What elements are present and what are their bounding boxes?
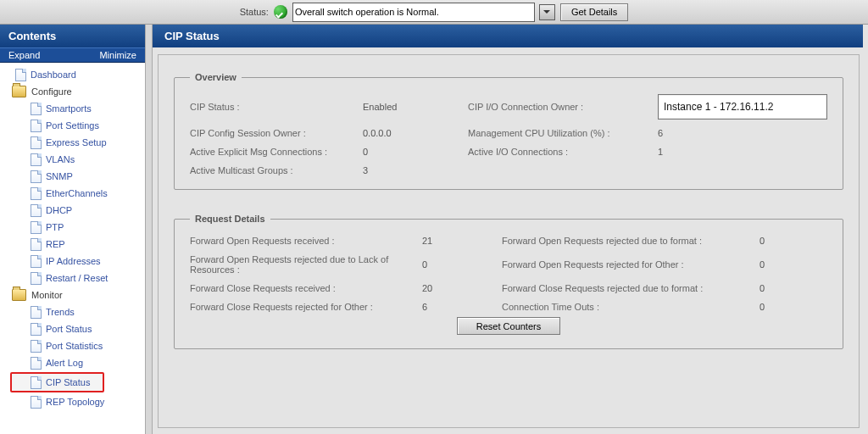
nav-item-label: DHCP <box>46 205 72 215</box>
value-active-io: 1 <box>658 147 827 157</box>
value-fo-rej-lack: 0 <box>422 259 490 270</box>
label-fo-rej-format: Forward Open Requests rejected due to fo… <box>502 236 748 246</box>
nav-item-label: Port Statistics <box>46 341 103 351</box>
value-active-multicast: 3 <box>363 165 456 175</box>
label-conn-timeouts: Connection Time Outs : <box>502 302 748 312</box>
nav-item-cip-status[interactable]: CIP Status <box>10 372 104 392</box>
nav-item-dhcp[interactable]: DHCP <box>3 202 145 219</box>
status-ok-icon <box>274 5 287 19</box>
nav-minimize[interactable]: Minimize <box>99 50 136 60</box>
value-fo-rej-format: 0 <box>760 236 810 246</box>
nav-actions: Expand Minimize <box>0 47 145 63</box>
document-icon <box>31 103 42 115</box>
nav-item-etherchannels[interactable]: EtherChannels <box>3 185 145 202</box>
document-icon <box>31 272 42 285</box>
value-fc-recv: 20 <box>422 283 490 293</box>
nav-item-alert-log[interactable]: Alert Log <box>3 354 145 371</box>
document-icon <box>31 153 42 166</box>
label-fc-rej-other: Forward Close Requests rejected for Othe… <box>190 302 410 312</box>
label-active-io: Active I/O Connections : <box>468 147 646 157</box>
label-fc-recv: Forward Close Requests received : <box>190 283 410 293</box>
pane-divider[interactable] <box>145 25 153 434</box>
overview-legend: Overview <box>190 72 242 82</box>
document-icon <box>15 69 26 81</box>
value-fc-rej-format: 0 <box>760 283 810 293</box>
label-active-multicast: Active Multicast Groups : <box>190 165 351 175</box>
nav-item-label: Trends <box>46 307 75 317</box>
request-details-legend: Request Details <box>190 214 270 224</box>
nav-item-restart-reset[interactable]: Restart / Reset <box>3 270 145 287</box>
nav-item-label: IP Addresses <box>46 256 101 266</box>
nav-item-label: VLANs <box>46 154 75 164</box>
document-icon <box>31 340 42 353</box>
document-icon <box>31 255 42 268</box>
nav-item-label: CIP Status <box>46 377 90 387</box>
nav-item-label: Restart / Reset <box>46 273 108 283</box>
label-mgmt-cpu: Management CPU Utilization (%) : <box>468 128 646 138</box>
value-fo-rej-other: 0 <box>760 259 810 270</box>
document-icon <box>31 187 42 200</box>
status-bar: Status: Get Details <box>0 0 868 25</box>
nav-item-label: Alert Log <box>46 358 83 368</box>
value-fc-rej-other: 6 <box>422 302 490 312</box>
reset-counters-button[interactable]: Reset Counters <box>457 317 560 335</box>
document-icon <box>31 357 42 370</box>
nav-item-vlans[interactable]: VLANs <box>3 151 145 168</box>
overview-fieldset: Overview CIP Status : Enabled CIP I/O Co… <box>174 72 843 190</box>
folder-open-icon <box>12 289 26 301</box>
nav-item-port-status[interactable]: Port Status <box>3 320 145 337</box>
nav-item-ptp[interactable]: PTP <box>3 219 145 236</box>
label-fc-rej-format: Forward Close Requests rejected due to f… <box>502 283 748 293</box>
value-fo-recv: 21 <box>422 236 490 246</box>
label-cip-io-owner: CIP I/O Connection Owner : <box>468 102 646 112</box>
document-icon <box>31 238 42 251</box>
nav-item-trends[interactable]: Trends <box>3 303 145 320</box>
value-cip-io-owner: Instance 1 - 172.16.11.2 <box>658 94 827 120</box>
request-details-fieldset: Request Details Forward Open Requests re… <box>174 214 843 349</box>
document-icon <box>31 204 42 217</box>
status-dropdown-chevron-icon[interactable] <box>539 4 555 20</box>
nav-item-label: Port Status <box>46 324 92 334</box>
nav-item-smartports[interactable]: Smartports <box>3 100 145 117</box>
label-fo-rej-lack: Forward Open Requests rejected due to La… <box>190 254 410 275</box>
nav-header: Contents <box>0 25 145 47</box>
folder-open-icon <box>12 86 26 97</box>
nav-item-port-statistics[interactable]: Port Statistics <box>3 337 145 354</box>
document-icon <box>31 120 42 132</box>
value-active-explicit: 0 <box>363 147 456 157</box>
nav-group-label: Monitor <box>31 290 63 300</box>
page-title: CIP Status <box>153 25 863 47</box>
label-active-explicit: Active Explicit Msg Connections : <box>190 147 351 157</box>
label-fo-recv: Forward Open Requests received : <box>190 236 410 246</box>
nav-item-label: REP <box>46 239 65 249</box>
nav-expand[interactable]: Expand <box>8 50 40 60</box>
value-mgmt-cpu: 6 <box>658 128 827 138</box>
document-icon <box>31 306 42 319</box>
nav-item-rep[interactable]: REP <box>3 236 145 253</box>
nav-group-monitor[interactable]: Monitor <box>3 287 145 303</box>
nav-item-label: Express Setup <box>46 137 107 147</box>
nav-item-label: Dashboard <box>31 70 76 80</box>
nav-group-configure[interactable]: Configure <box>3 83 145 100</box>
nav-item-port-settings[interactable]: Port Settings <box>3 117 145 134</box>
nav-item-label: REP Topology <box>46 397 104 407</box>
document-icon <box>31 170 42 183</box>
nav-item-ip-addresses[interactable]: IP Addresses <box>3 253 145 270</box>
content-panel: CIP Status Overview CIP Status : Enabled… <box>153 25 868 434</box>
label-fo-rej-other: Forward Open Requests rejected for Other… <box>502 259 748 270</box>
label-cip-config-owner: CIP Config Session Owner : <box>190 128 351 138</box>
status-message-field[interactable] <box>292 3 535 22</box>
label-cip-status: CIP Status : <box>190 102 351 112</box>
nav-item-rep-topology[interactable]: REP Topology <box>3 393 145 410</box>
nav-item-snmp[interactable]: SNMP <box>3 168 145 185</box>
document-icon <box>31 136 42 149</box>
value-conn-timeouts: 0 <box>760 302 810 312</box>
nav-item-express-setup[interactable]: Express Setup <box>3 134 145 151</box>
nav-item-label: SNMP <box>46 171 73 181</box>
get-details-button[interactable]: Get Details <box>560 3 628 21</box>
nav-item-dashboard[interactable]: Dashboard <box>3 66 145 83</box>
nav-item-label: Smartports <box>46 103 92 114</box>
document-icon <box>31 323 42 336</box>
nav-group-label: Configure <box>31 86 72 97</box>
nav-item-label: EtherChannels <box>46 188 108 198</box>
